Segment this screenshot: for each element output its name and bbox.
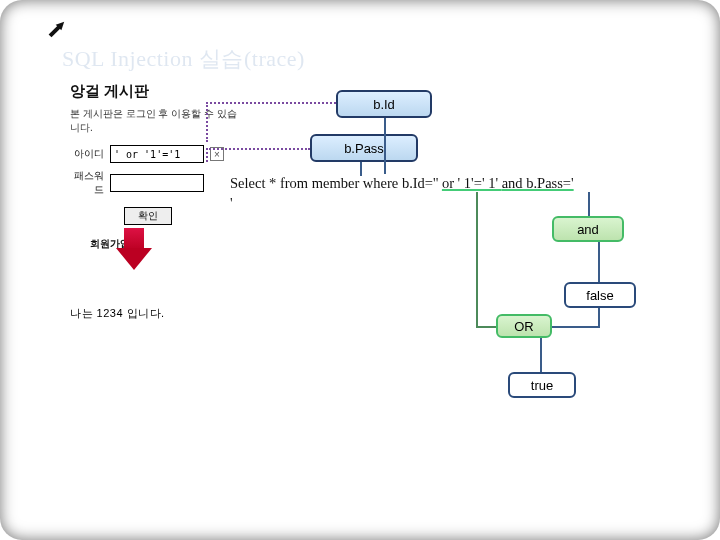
panel-title: 앙걸 게시판 xyxy=(70,82,240,101)
true-box: true xyxy=(508,372,576,398)
panel-note: 본 게시판은 로그인 후 이용할 수 있습니다. xyxy=(70,107,240,135)
bpass-box: b.Pass xyxy=(310,134,418,162)
login-panel: 앙걸 게시판 본 게시판은 로그인 후 이용할 수 있습니다. 아이디 × 패스… xyxy=(70,82,240,251)
connector xyxy=(476,326,496,328)
connector xyxy=(360,162,362,176)
pw-row: 패스워드 xyxy=(70,169,240,197)
connector xyxy=(476,192,478,326)
sql-query: Select * from member where b.Id='' or ' … xyxy=(230,174,700,213)
slide-stage: SQL Injection 실습(trace) 앙걸 게시판 본 게시판은 로그… xyxy=(0,0,720,540)
connector xyxy=(206,148,208,162)
sql-and: and b.Pass=' xyxy=(502,175,574,191)
sql-tail: ' xyxy=(230,195,233,211)
id-input[interactable] xyxy=(110,145,204,163)
signup-link[interactable]: 회원가입 xyxy=(90,237,240,251)
connector xyxy=(598,242,600,282)
pw-label: 패스워드 xyxy=(70,169,104,197)
pw-input[interactable] xyxy=(110,174,204,192)
sql-or: or ' 1'=' 1' xyxy=(442,175,502,191)
result-text: 나는 1234 입니다. xyxy=(70,306,165,321)
bid-box: b.Id xyxy=(336,90,432,118)
false-box: false xyxy=(564,282,636,308)
connector xyxy=(206,102,208,142)
connector xyxy=(206,148,310,150)
connector xyxy=(206,102,336,104)
ok-button[interactable]: 확인 xyxy=(124,207,172,225)
connector xyxy=(540,338,542,372)
connector xyxy=(564,326,600,328)
or-box: OR xyxy=(496,314,552,338)
and-box: and xyxy=(552,216,624,242)
sql-pre: Select * from member where b.Id='' xyxy=(230,175,442,191)
connector xyxy=(598,308,600,326)
connector xyxy=(384,118,386,174)
connector xyxy=(588,192,590,216)
id-label: 아이디 xyxy=(70,147,104,161)
slide-title: SQL Injection 실습(trace) xyxy=(62,44,305,74)
